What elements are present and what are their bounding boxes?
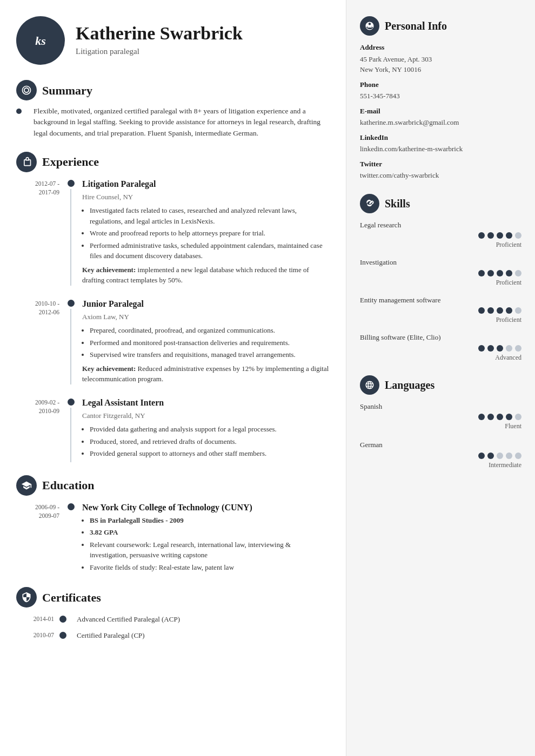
lang-dot-1-2 (497, 453, 503, 459)
personal-info-value-1: 551-345-7843 (360, 91, 521, 102)
skill-name-3: Billing software (Elite, Clio) (360, 332, 521, 343)
lang-dot-1-3 (506, 453, 512, 459)
skill-dot-3-1 (487, 345, 494, 352)
summary-title: Summary (42, 82, 92, 99)
skill-dot-0-0 (478, 232, 485, 239)
lang-dot-1-4 (515, 453, 521, 459)
exp-dot-1 (68, 300, 75, 307)
exp-title-1: Junior Paralegal (82, 298, 330, 310)
lang-dot-0-1 (487, 414, 494, 420)
skill-item-3: Billing software (Elite, Clio) Advanced (360, 332, 521, 362)
personal-info-label-0: Address (360, 42, 521, 53)
lang-item-0: Spanish Fluent (360, 401, 521, 431)
exp-org-0: Hire Counsel, NY (82, 192, 330, 202)
skill-dot-3-2 (497, 345, 503, 352)
lang-dot-0-4 (515, 414, 521, 420)
summary-content: Flexible, motivated, organized certified… (11, 106, 330, 139)
exp-date-0: 2012-07 -2017-09 (16, 178, 65, 286)
experience-entry-1: 2010-10 -2012-06 Junior Paralegal Axiom … (16, 298, 330, 384)
exp-dot-2 (68, 399, 75, 406)
experience-section: Experience 2012-07 -2017-09 Litigation P… (11, 152, 330, 462)
edu-bullet: BS in Parlalegall Studies - 2009 (90, 515, 330, 526)
exp-bullet: Investigated facts related to cases, res… (90, 205, 330, 226)
exp-bullet: Supervised wire transfers and requisitio… (90, 349, 330, 360)
experience-title: Experience (42, 153, 99, 171)
summary-icon (16, 80, 37, 100)
experience-icon (16, 152, 37, 172)
languages-svg-icon (365, 380, 374, 390)
exp-achievement-0: Key achievement: implemented a new legal… (82, 265, 330, 286)
skill-dot-3-0 (478, 345, 485, 352)
lang-level-1: Intermediate (360, 460, 521, 470)
skill-level-1: Proficient (360, 278, 521, 287)
exp-date-2: 2009-02 -2010-09 (16, 396, 65, 462)
skill-dot-0-3 (506, 232, 512, 239)
exp-bullet: Provided general support to attorneys an… (90, 448, 330, 459)
cert-text-1: Certified Paralegal (CP) (71, 629, 330, 641)
experience-svg-icon (21, 157, 32, 167)
summary-svg-icon (21, 85, 32, 96)
lang-dots-0 (478, 414, 521, 420)
skill-level-3: Advanced (360, 353, 521, 362)
exp-bullet: Provided data gathering and analysis sup… (90, 424, 330, 435)
personal-info-fields: Address 45 Park Avenue, Apt. 303New York… (360, 42, 521, 181)
personal-info-icon (360, 16, 379, 36)
edu-dot-0 (68, 503, 75, 510)
lang-dot-1-0 (478, 453, 485, 459)
skill-bar-row-2 (360, 307, 521, 314)
cert-date-1: 2010-07 (11, 629, 59, 641)
edu-bullets-0: BS in Parlalegall Studies - 20093.82 GPA… (90, 515, 330, 573)
skill-bar-row-3 (360, 345, 521, 352)
avatar-initials: ks (35, 32, 46, 50)
exp-content-2: Legal Assistant Intern Cantor Fitzgerald… (77, 396, 330, 462)
languages-title: Languages (385, 377, 434, 393)
skill-dot-3-4 (515, 345, 521, 352)
header-text: Katherine Swarbrick Litigation paralegal (76, 23, 243, 58)
skills-icon (360, 194, 379, 213)
personal-info-label-2: E-mail (360, 106, 521, 117)
skills-header: Skills (360, 194, 521, 213)
skill-name-0: Legal research (360, 220, 521, 231)
exp-title-0: Litigation Paralegal (82, 178, 330, 191)
education-header: Education (11, 475, 330, 496)
languages-section: Languages Spanish Fluent German Intermed… (360, 375, 521, 470)
exp-line-0 (70, 189, 71, 286)
cert-dot-col-0 (59, 613, 71, 625)
lang-name-1: German (360, 440, 521, 450)
experience-timeline: 2012-07 -2017-09 Litigation Paralegal Hi… (11, 178, 330, 462)
certificates-svg-icon (21, 592, 32, 603)
cert-entry-1: 2010-07 Certified Paralegal (CP) (11, 629, 330, 641)
education-timeline: 2006-09 -2009-07 New York City College o… (11, 501, 330, 575)
experience-entry-2: 2009-02 -2010-09 Legal Assistant Intern … (16, 396, 330, 462)
exp-bullets-1: Prepared, coordinated, proofread, and or… (90, 325, 330, 360)
exp-dot-col-0 (65, 178, 77, 286)
summary-dot-col (16, 106, 28, 139)
certificates-section: Certificates 2014-01 Advanced Certified … (11, 587, 330, 640)
exp-bullet: Produced, stored, and retrieved drafts o… (90, 436, 330, 447)
exp-bullet: Performed and monitored post-transaction… (90, 338, 330, 348)
personal-info-label-4: Twitter (360, 159, 521, 170)
personal-info-section: Personal Info Address 45 Park Avenue, Ap… (360, 16, 521, 181)
skill-dot-0-4 (515, 232, 521, 239)
skill-name-1: Investigation (360, 257, 521, 268)
cert-dot-0 (59, 616, 66, 623)
right-column: Personal Info Address 45 Park Avenue, Ap… (346, 0, 535, 756)
candidate-subtitle: Litigation paralegal (76, 45, 243, 58)
exp-line-2 (70, 408, 71, 462)
edu-date-0: 2006-09 -2009-07 (16, 501, 65, 575)
skills-section: Skills Legal research Proficient Investi… (360, 194, 521, 362)
skill-dot-1-0 (478, 270, 485, 276)
lang-dot-0-3 (506, 414, 512, 420)
exp-title-2: Legal Assistant Intern (82, 396, 330, 409)
skill-dot-0-1 (487, 232, 494, 239)
skill-name-2: Entity management software (360, 295, 521, 306)
lang-dots-1 (478, 453, 521, 459)
skill-dots-2 (478, 307, 521, 314)
edu-dot-col-0 (65, 501, 77, 575)
exp-bullet: Prepared, coordinated, proofread, and or… (90, 325, 330, 336)
exp-content-0: Litigation Paralegal Hire Counsel, NY In… (77, 178, 330, 286)
exp-bullet: Performed administrative tasks, schedule… (90, 240, 330, 261)
personal-info-field-3: LinkedIn linkedin.com/katherine-m-swarbr… (360, 132, 521, 154)
personal-info-label-3: LinkedIn (360, 132, 521, 143)
cert-dot-1 (59, 632, 66, 639)
